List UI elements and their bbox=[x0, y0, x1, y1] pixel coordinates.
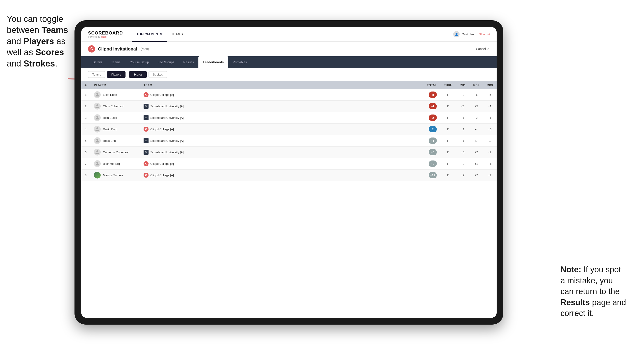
cell-player: Rees Britt bbox=[90, 135, 140, 147]
team-logo: C bbox=[144, 127, 148, 132]
player-avatar bbox=[94, 114, 101, 121]
cell-thru: F bbox=[440, 147, 456, 158]
logo-area: SCOREBOARD Powered by clippd bbox=[88, 30, 123, 38]
cell-rd1: +1 bbox=[456, 124, 470, 135]
nav-right: 👤 Test User | Sign out bbox=[453, 31, 490, 37]
score-badge: +6 bbox=[429, 149, 437, 155]
cell-rd1: +3 bbox=[456, 89, 470, 101]
table-row: 5 Rees Britt SU Scoreboard University [A… bbox=[81, 135, 496, 147]
table-row: 6 Cameron Robertson SU Scoreboard Univer… bbox=[81, 147, 496, 158]
cell-player: Elliot Ebert bbox=[90, 89, 140, 101]
cell-rd3: E bbox=[483, 135, 496, 147]
player-avatar bbox=[94, 149, 101, 156]
player-avatar bbox=[94, 137, 101, 144]
sign-out-link[interactable]: Sign out bbox=[479, 33, 490, 36]
team-logo: C bbox=[144, 92, 148, 97]
leaderboard-table: # PLAYER TEAM TOTAL THRU RD1 RD2 RD3 1 E… bbox=[81, 81, 496, 181]
table-row: 3 Rich Butler SU Scoreboard University [… bbox=[81, 112, 496, 124]
player-avatar bbox=[94, 103, 101, 110]
tournament-logo: C bbox=[88, 45, 95, 52]
cell-rd1: -5 bbox=[456, 101, 470, 112]
table-header-row: # PLAYER TEAM TOTAL THRU RD1 RD2 RD3 bbox=[81, 81, 496, 89]
cell-rd3: -1 bbox=[483, 112, 496, 124]
score-badge: -4 bbox=[429, 103, 437, 109]
cell-rd2: -4 bbox=[470, 124, 483, 135]
team-logo: SU bbox=[144, 138, 148, 143]
cell-thru: F bbox=[440, 89, 456, 101]
score-badge: +8 bbox=[429, 161, 437, 167]
col-player: PLAYER bbox=[90, 81, 140, 89]
cell-thru: F bbox=[440, 101, 456, 112]
cell-player: Chris Robertson bbox=[90, 101, 140, 112]
cell-rd3: -5 bbox=[483, 89, 496, 101]
tablet-screen: SCOREBOARD Powered by clippd TOURNAMENTS… bbox=[81, 27, 496, 318]
tab-leaderboards[interactable]: Leaderboards bbox=[198, 56, 228, 68]
tab-course-setup[interactable]: Course Setup bbox=[125, 56, 154, 68]
toggle-strokes[interactable]: Strokes bbox=[148, 71, 167, 78]
nav-tournaments[interactable]: TOURNAMENTS bbox=[132, 27, 166, 42]
player-avatar bbox=[94, 160, 101, 167]
tablet-frame: SCOREBOARD Powered by clippd TOURNAMENTS… bbox=[74, 20, 503, 325]
score-badge: -8 bbox=[429, 92, 437, 98]
team-logo: SU bbox=[144, 115, 148, 120]
tab-teams[interactable]: Teams bbox=[107, 56, 125, 68]
cancel-button[interactable]: Cancel ✕ bbox=[476, 47, 490, 51]
leaderboard-table-container: # PLAYER TEAM TOTAL THRU RD1 RD2 RD3 1 E… bbox=[81, 81, 496, 318]
team-name: Scoreboard University [A] bbox=[150, 116, 184, 120]
table-row: 4 David Ford C Clippd College [A] E F +1… bbox=[81, 124, 496, 135]
cell-rd3: +3 bbox=[483, 124, 496, 135]
tab-printables[interactable]: Printables bbox=[228, 56, 251, 68]
team-logo: SU bbox=[144, 150, 148, 155]
player-name: Cameron Robertson bbox=[103, 151, 129, 154]
player-name: Chris Robertson bbox=[103, 105, 124, 108]
col-rd3: RD3 bbox=[483, 81, 496, 89]
cell-team: C Clippd College [A] bbox=[140, 170, 422, 181]
cell-thru: F bbox=[440, 135, 456, 147]
cell-total: +8 bbox=[422, 158, 440, 170]
toggle-players[interactable]: Players bbox=[107, 71, 125, 78]
tab-details[interactable]: Details bbox=[88, 56, 107, 68]
cell-total: -4 bbox=[422, 101, 440, 112]
toggle-scores[interactable]: Scores bbox=[129, 71, 147, 78]
logo-sub: Powered by clippd bbox=[88, 36, 123, 38]
cell-rd1: +5 bbox=[456, 147, 470, 158]
cell-rd1: +1 bbox=[456, 112, 470, 124]
player-name: Elliot Ebert bbox=[103, 93, 117, 96]
cell-rank: 4 bbox=[81, 124, 90, 135]
toggle-teams[interactable]: Teams bbox=[88, 71, 105, 78]
tab-results[interactable]: Results bbox=[179, 56, 198, 68]
user-icon: 👤 bbox=[453, 31, 460, 37]
col-team: TEAM bbox=[140, 81, 422, 89]
cell-total: +11 bbox=[422, 170, 440, 181]
player-avatar bbox=[94, 172, 101, 178]
cell-team: C Clippd College [A] bbox=[140, 158, 422, 170]
table-row: 8 Marcus Turners C Clippd College [A] +1… bbox=[81, 170, 496, 181]
cell-thru: F bbox=[440, 112, 456, 124]
team-name: Scoreboard University [A] bbox=[150, 139, 184, 143]
tournament-name: Clippd Invitational bbox=[98, 46, 137, 52]
nav-teams[interactable]: TEAMS bbox=[167, 27, 188, 42]
cell-rank: 5 bbox=[81, 135, 90, 147]
tab-tee-groups[interactable]: Tee Groups bbox=[154, 56, 179, 68]
col-total: TOTAL bbox=[422, 81, 440, 89]
cell-rd2: +1 bbox=[470, 158, 483, 170]
col-thru: THRU bbox=[440, 81, 456, 89]
table-row: 7 Blair McHarg C Clippd College [A] +8 F… bbox=[81, 158, 496, 170]
team-logo: C bbox=[144, 161, 148, 166]
nav-links: TOURNAMENTS TEAMS bbox=[132, 27, 453, 42]
cell-rd2: -6 bbox=[470, 89, 483, 101]
cell-team: SU Scoreboard University [A] bbox=[140, 135, 422, 147]
table-row: 2 Chris Robertson SU Scoreboard Universi… bbox=[81, 101, 496, 112]
cell-rank: 7 bbox=[81, 158, 90, 170]
col-rd1: RD1 bbox=[456, 81, 470, 89]
cell-team: SU Scoreboard University [A] bbox=[140, 101, 422, 112]
score-badge: -2 bbox=[429, 115, 437, 121]
player-name: David Ford bbox=[103, 128, 118, 131]
col-rank: # bbox=[81, 81, 90, 89]
team-name: Clippd College [A] bbox=[150, 128, 174, 131]
cell-team: C Clippd College [A] bbox=[140, 89, 422, 101]
tournament-header: C Clippd Invitational (Men) Cancel ✕ bbox=[81, 42, 496, 56]
team-name: Scoreboard University [A] bbox=[150, 105, 184, 108]
cell-rank: 8 bbox=[81, 170, 90, 181]
col-rd2: RD2 bbox=[470, 81, 483, 89]
